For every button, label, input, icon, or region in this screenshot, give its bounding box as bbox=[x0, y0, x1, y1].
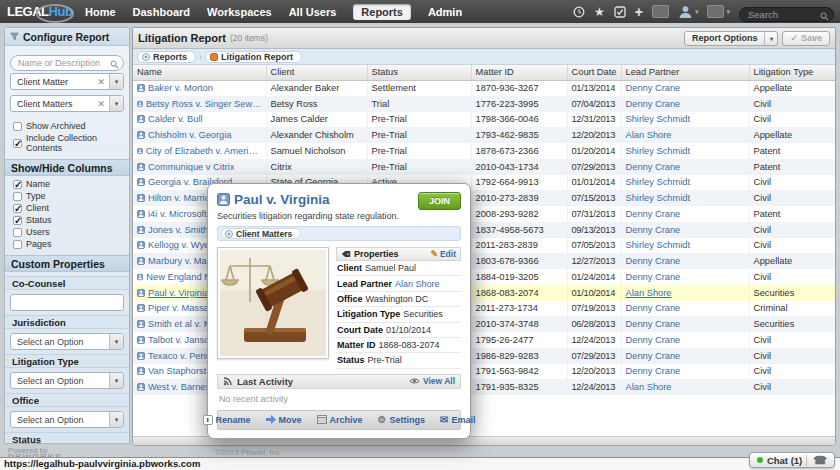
archive-icon bbox=[317, 415, 327, 424]
remove-icon[interactable]: ✕ bbox=[93, 77, 109, 87]
column-header-lead-partner[interactable]: Lead Partner bbox=[621, 65, 749, 80]
save-button[interactable]: ✓ Save bbox=[782, 31, 830, 46]
property-value-link[interactable]: Alan Shore bbox=[395, 279, 440, 289]
breadcrumb-litigation-report[interactable]: Litigation Report bbox=[205, 51, 302, 63]
column-users[interactable]: Users bbox=[13, 227, 121, 237]
cell-status: Settlement bbox=[367, 80, 471, 96]
column-status[interactable]: Status bbox=[13, 215, 121, 225]
cell-litigation-type: Civil bbox=[749, 222, 836, 238]
lead-partner-link[interactable]: Denny Crane bbox=[626, 335, 681, 345]
workspace-link[interactable]: Hilton v. Marriott bbox=[148, 193, 215, 203]
rename-icon: I bbox=[203, 415, 213, 425]
column-client[interactable]: Client bbox=[13, 203, 121, 213]
archive-action[interactable]: Archive bbox=[317, 415, 363, 425]
lead-partner-link[interactable]: Denny Crane bbox=[626, 303, 681, 313]
view-all-link[interactable]: View All bbox=[409, 376, 455, 386]
lead-partner-link[interactable]: Denny Crane bbox=[626, 256, 681, 266]
remove-icon[interactable]: ✕ bbox=[93, 99, 109, 109]
litigation-type-select[interactable]: Select an Option▾ bbox=[10, 372, 124, 389]
workspace-link[interactable]: Baker v. Morton bbox=[148, 83, 213, 93]
workspace-link[interactable]: West v. Barnes bbox=[148, 382, 210, 392]
column-type[interactable]: Type bbox=[13, 191, 121, 201]
workspace-link[interactable]: Betsy Ross v. Singer Sewing Machine bbox=[146, 99, 262, 109]
breadcrumb-reports[interactable]: Reports bbox=[137, 51, 196, 63]
lead-partner-link[interactable]: Alan Shore bbox=[626, 382, 672, 392]
notifications-swatch[interactable] bbox=[652, 5, 669, 18]
office-select[interactable]: Select an Option▾ bbox=[10, 411, 124, 428]
chevron-down-icon[interactable]: ▾ bbox=[109, 96, 123, 111]
cell-matter-id: 1776-223-3995 bbox=[471, 96, 567, 112]
lead-partner-link[interactable]: Denny Crane bbox=[626, 225, 681, 235]
workspace-link[interactable]: Jones v. Smith bbox=[148, 225, 208, 235]
cell-name: Baker v. Morton bbox=[133, 80, 266, 96]
workspace-link[interactable]: Paul v. Virginia bbox=[148, 288, 209, 298]
lead-partner-link[interactable]: Denny Crane bbox=[626, 99, 681, 109]
cell-litigation-type: Civil bbox=[749, 364, 836, 380]
lead-partner-link[interactable]: Alan Shore bbox=[626, 288, 672, 298]
star-icon[interactable]: ★ bbox=[594, 6, 605, 18]
join-button[interactable]: JOIN bbox=[418, 192, 461, 210]
column-header-court-date[interactable]: Court Date bbox=[567, 65, 621, 80]
cell-lead-partner: Denny Crane bbox=[621, 96, 749, 112]
option-include-collection-contents[interactable]: Include Collection Contents bbox=[13, 133, 121, 153]
cell-matter-id: 2011-283-2839 bbox=[471, 238, 567, 254]
name-description-input[interactable] bbox=[10, 55, 124, 71]
chevron-down-icon[interactable]: ▾ bbox=[109, 74, 123, 89]
filter-chip[interactable]: Client Matter✕▾ bbox=[10, 73, 124, 90]
lead-partner-link[interactable]: Shirley Schmidt bbox=[626, 146, 691, 156]
workspace-menu[interactable]: ▾ bbox=[707, 5, 730, 18]
workspace-link[interactable]: Chisholm v. Georgia bbox=[148, 130, 232, 140]
column-header-status[interactable]: Status bbox=[367, 65, 471, 80]
column-header-name[interactable]: Name bbox=[133, 65, 266, 80]
history-icon[interactable] bbox=[573, 6, 585, 18]
workspace-link[interactable]: Calder v. Bull bbox=[148, 114, 203, 124]
email-action[interactable]: ✉Email bbox=[440, 415, 475, 425]
app-logo[interactable]: LEGALHub bbox=[7, 4, 79, 19]
rename-action[interactable]: IRename bbox=[203, 415, 251, 425]
lead-partner-link[interactable]: Denny Crane bbox=[626, 162, 681, 172]
nav-workspaces[interactable]: Workspaces bbox=[207, 6, 272, 18]
user-menu[interactable]: ▾ bbox=[678, 5, 699, 18]
edit-properties-link[interactable]: ✎ Edit bbox=[430, 249, 456, 259]
filter-chip[interactable]: Client Matters✕▾ bbox=[10, 95, 124, 112]
column-header-litigation-type[interactable]: Litigation Type bbox=[749, 65, 836, 80]
nav-admin[interactable]: Admin bbox=[428, 6, 462, 18]
move-action[interactable]: Move bbox=[266, 415, 302, 425]
lead-partner-link[interactable]: Shirley Schmidt bbox=[626, 177, 691, 187]
column-pages[interactable]: Pages bbox=[13, 239, 121, 249]
workspace-link[interactable]: Communique v Citrix bbox=[148, 162, 234, 172]
jurisdiction-select[interactable]: Select an Option▾ bbox=[10, 333, 124, 350]
lead-partner-link[interactable]: Denny Crane bbox=[626, 351, 681, 361]
add-icon[interactable]: + bbox=[635, 6, 643, 18]
column-header-client[interactable]: Client bbox=[266, 65, 367, 80]
chat-button[interactable]: Chat (1) ☎ bbox=[749, 452, 835, 468]
lead-partner-link[interactable]: Shirley Schmidt bbox=[626, 114, 691, 124]
popup-title-link[interactable]: Paul v. Virginia bbox=[217, 192, 330, 207]
lead-partner-link[interactable]: Denny Crane bbox=[626, 319, 681, 329]
option-show-archived[interactable]: Show Archived bbox=[13, 121, 121, 131]
nav-reports[interactable]: Reports bbox=[353, 4, 411, 20]
nav-all-users[interactable]: All Users bbox=[289, 6, 337, 18]
nav-dashboard[interactable]: Dashboard bbox=[133, 6, 190, 18]
lead-partner-link[interactable]: Shirley Schmidt bbox=[626, 240, 691, 250]
lead-partner-link[interactable]: Alan Shore bbox=[626, 130, 672, 140]
checkbox-icon bbox=[13, 228, 22, 237]
cell-lead-partner: Shirley Schmidt bbox=[621, 175, 749, 191]
tasks-icon[interactable] bbox=[614, 6, 626, 18]
settings-action[interactable]: ⚙Settings bbox=[378, 415, 425, 425]
lead-partner-link[interactable]: Denny Crane bbox=[626, 366, 681, 376]
report-options-button[interactable]: Report Options ▾ bbox=[684, 31, 779, 46]
lead-partner-link[interactable]: Denny Crane bbox=[626, 209, 681, 219]
co-counsel-input[interactable] bbox=[11, 299, 123, 314]
lead-partner-link[interactable]: Shirley Schmidt bbox=[626, 193, 691, 203]
workspace-link[interactable]: City of Elizabeth v. American Nicholson bbox=[146, 146, 262, 156]
column-header-matter-id[interactable]: Matter ID bbox=[471, 65, 567, 80]
cell-court-date: 01/24/2014 bbox=[567, 269, 621, 285]
lead-partner-link[interactable]: Denny Crane bbox=[626, 83, 681, 93]
lead-partner-link[interactable]: Denny Crane bbox=[626, 272, 681, 282]
nav-home[interactable]: Home bbox=[85, 6, 116, 18]
workspace-link[interactable]: i4i v. Microsoft bbox=[148, 209, 207, 219]
client-matters-tab[interactable]: Client Matters bbox=[221, 228, 301, 239]
column-name[interactable]: Name bbox=[13, 179, 121, 189]
workspace-link[interactable]: Talbot v. Janson bbox=[148, 335, 215, 345]
